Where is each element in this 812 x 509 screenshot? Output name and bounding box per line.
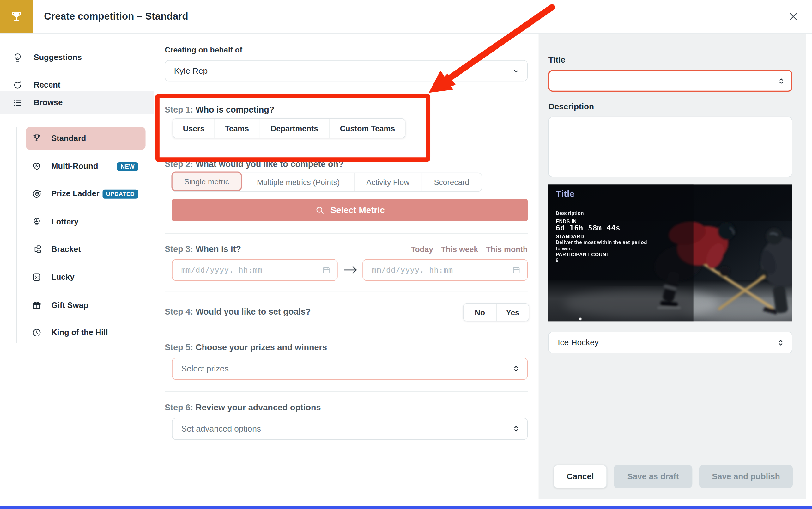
step6-heading: Step 6: Review your advanced options xyxy=(164,403,321,413)
modal-header: Create competition – Standard xyxy=(0,0,812,34)
bottom-page-edge xyxy=(0,506,812,509)
end-date-field[interactable] xyxy=(362,259,528,281)
sidebar-item-label: King of the Hill xyxy=(51,328,108,337)
chevron-down-icon xyxy=(513,67,520,74)
preview-participant-label: PARTICIPANT COUNT xyxy=(556,252,610,258)
section-divider xyxy=(164,150,528,150)
calendar-icon[interactable] xyxy=(322,265,331,275)
step3-heading: Step 3: When is it? xyxy=(164,244,241,254)
preview-description: Description xyxy=(556,210,584,216)
sidebar-item-standard[interactable]: Standard xyxy=(26,127,146,150)
competition-preview-card: Title Description ENDS IN 6d 16h 58m 44s… xyxy=(549,184,792,321)
custom-teams-button[interactable]: Custom Teams xyxy=(329,118,405,138)
this-week-link[interactable]: This week xyxy=(441,245,478,253)
preview-type-label: STANDARD xyxy=(556,234,584,239)
sidebar-item-label: Prize Ladder xyxy=(51,189,99,199)
step1-heading: Step 1: Who is competing? xyxy=(164,105,274,114)
date-quick-links: Today This week This month xyxy=(411,245,528,253)
description-textarea[interactable] xyxy=(549,117,792,177)
prizes-placeholder: Select prizes xyxy=(181,364,229,373)
save-and-publish-button[interactable]: Save and publish xyxy=(699,465,793,488)
sidebar-item-lottery[interactable]: Lottery xyxy=(26,210,146,233)
step2-heading: Step 2: What would you like to compete o… xyxy=(164,159,343,169)
tab-multiple-metrics[interactable]: Multiple metrics (Points) xyxy=(242,173,354,191)
start-date-input[interactable] xyxy=(180,265,321,275)
sidebar-item-label: Multi-Round xyxy=(51,162,98,171)
preview-participant-count: 6 xyxy=(556,258,559,263)
prizes-select[interactable]: Select prizes xyxy=(172,358,528,380)
sidebar-item-label: Lucky xyxy=(51,273,74,282)
sidebar-item-gift-swap[interactable]: Gift Swap xyxy=(26,294,146,316)
tab-activity-flow[interactable]: Activity Flow xyxy=(354,173,421,191)
chevron-updown-icon xyxy=(777,339,785,346)
cancel-button[interactable]: Cancel xyxy=(554,465,607,488)
sidebar-item-label: Gift Swap xyxy=(51,301,88,310)
today-link[interactable]: Today xyxy=(411,245,433,253)
lottery-ball-icon xyxy=(32,216,42,227)
sidebar-item-bracket[interactable]: Bracket xyxy=(26,238,146,261)
select-metric-button[interactable]: Select Metric xyxy=(172,199,528,221)
users-button[interactable]: Users xyxy=(173,118,214,138)
sidebar-item-label: Bracket xyxy=(51,245,81,254)
theme-value: Ice Hockey xyxy=(558,338,599,347)
goals-no-button[interactable]: No xyxy=(464,304,496,320)
teams-button[interactable]: Teams xyxy=(215,118,259,138)
rail-right-margin xyxy=(806,33,812,509)
carousel-dot[interactable] xyxy=(579,318,581,320)
step5-heading: Step 5: Choose your prizes and winners xyxy=(164,342,327,352)
goals-toggle-group: No Yes xyxy=(463,303,529,321)
sidebar-item-label: Browse xyxy=(34,98,63,107)
end-date-input[interactable] xyxy=(371,265,512,275)
start-date-field[interactable] xyxy=(172,259,337,281)
close-icon[interactable] xyxy=(788,11,799,22)
goals-yes-button[interactable]: Yes xyxy=(496,304,528,320)
target-icon xyxy=(32,189,42,199)
sidebar-item-lucky[interactable]: Lucky xyxy=(26,266,146,289)
preview-title: Title xyxy=(556,189,575,200)
section-divider xyxy=(164,292,528,293)
behalf-label: Creating on behalf of xyxy=(164,45,242,54)
tree-indent-line xyxy=(16,127,17,343)
dice-icon xyxy=(32,272,42,282)
sidebar-item-label: Standard xyxy=(51,134,86,143)
title-input[interactable] xyxy=(549,70,792,92)
section-divider xyxy=(164,391,528,392)
theme-select[interactable]: Ice Hockey xyxy=(549,332,792,353)
sidebar-item-label: Recent xyxy=(34,80,61,90)
preview-countdown: 6d 16h 58m 44s xyxy=(556,224,621,232)
competitor-type-group: Users Teams Departments Custom Teams xyxy=(173,118,406,138)
clock-icon xyxy=(32,328,42,338)
sidebar-item-king-of-the-hill[interactable]: King of the Hill xyxy=(26,321,146,344)
advanced-options-select[interactable]: Set advanced options xyxy=(172,418,528,440)
preview-rail: Title Description xyxy=(539,33,806,499)
refresh-icon xyxy=(12,80,23,90)
updated-badge: UPDATED xyxy=(102,190,138,198)
sidebar-item-browse[interactable]: Browse xyxy=(0,91,154,114)
new-badge: NEW xyxy=(117,162,138,171)
sidebar-item-label: Suggestions xyxy=(34,53,82,62)
search-icon xyxy=(315,205,325,215)
behalf-value: Kyle Rep xyxy=(174,66,208,75)
behalf-select[interactable]: Kyle Rep xyxy=(164,60,528,81)
trophy-logo xyxy=(0,0,33,33)
trophy-icon xyxy=(9,9,24,24)
this-month-link[interactable]: This month xyxy=(486,245,528,253)
sidebar-item-suggestions[interactable]: Suggestions xyxy=(0,46,154,69)
departments-button[interactable]: Departments xyxy=(259,118,330,138)
calendar-icon[interactable] xyxy=(512,265,521,275)
bracket-icon xyxy=(32,244,42,254)
tab-single-metric[interactable]: Single metric xyxy=(172,172,242,191)
preview-ends-in-label: ENDS IN xyxy=(556,219,577,225)
tab-scorecard[interactable]: Scorecard xyxy=(421,173,482,191)
sidebar-item-multi-round[interactable]: Multi-Round NEW xyxy=(26,155,146,178)
sidebar: Suggestions Recent Browse xyxy=(0,33,154,509)
chevron-updown-icon xyxy=(512,425,520,433)
metric-type-tabs: Single metric Multiple metrics (Points) … xyxy=(172,173,482,192)
save-as-draft-button[interactable]: Save as draft xyxy=(614,465,692,488)
arrow-right-icon xyxy=(343,265,358,275)
gift-icon xyxy=(32,300,42,310)
sidebar-item-prize-ladder[interactable]: Prize Ladder UPDATED xyxy=(26,182,146,205)
sidebar-item-label: Lottery xyxy=(51,217,78,227)
chevron-updown-icon xyxy=(512,365,520,373)
title-label: Title xyxy=(549,55,565,65)
